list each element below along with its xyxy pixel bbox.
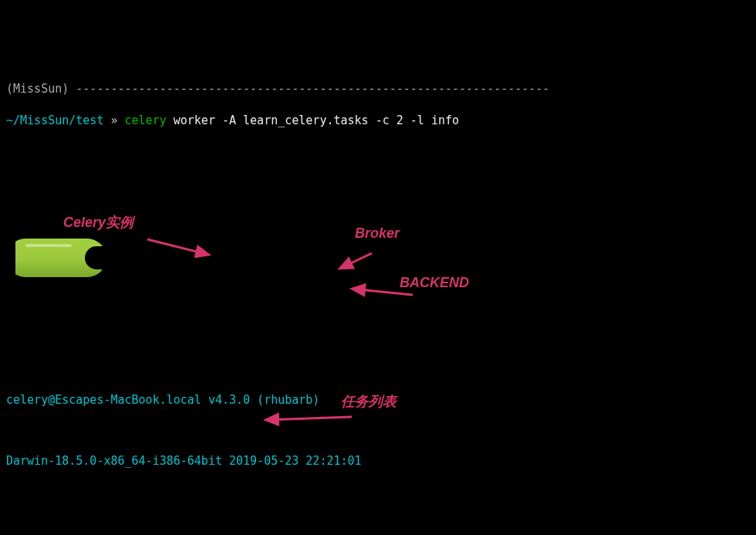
annotation-broker: Broker: [355, 224, 400, 242]
annotation-task-list: 任务列表: [341, 392, 397, 411]
arrow-celery-instance: [130, 221, 221, 264]
shell-name: (MissSun): [6, 82, 69, 96]
celery-keyword: celery: [125, 113, 167, 127]
svg-line-1: [147, 239, 209, 255]
command-rest: worker -A learn_celery.tasks -c 2 -l inf…: [167, 113, 459, 127]
shell-header: (MissSun) ------------------------------…: [6, 81, 750, 97]
prompt-sep: »: [103, 113, 124, 127]
annotation-backend: BACKEND: [400, 273, 469, 292]
prompt-line: ~/MissSun/test » celery worker -A learn_…: [6, 113, 750, 128]
dashes: ----------------------------------------…: [76, 82, 549, 96]
svg-line-7: [265, 417, 352, 420]
system-info: Darwin-18.5.0-x86_64-i386-64bit 2019-05-…: [6, 453, 750, 469]
celery-logo-icon: [6, 239, 106, 277]
svg-line-3: [339, 253, 372, 269]
cwd: ~/MissSun/test: [6, 113, 103, 127]
annotation-celery-instance: Celery实例: [63, 213, 133, 232]
